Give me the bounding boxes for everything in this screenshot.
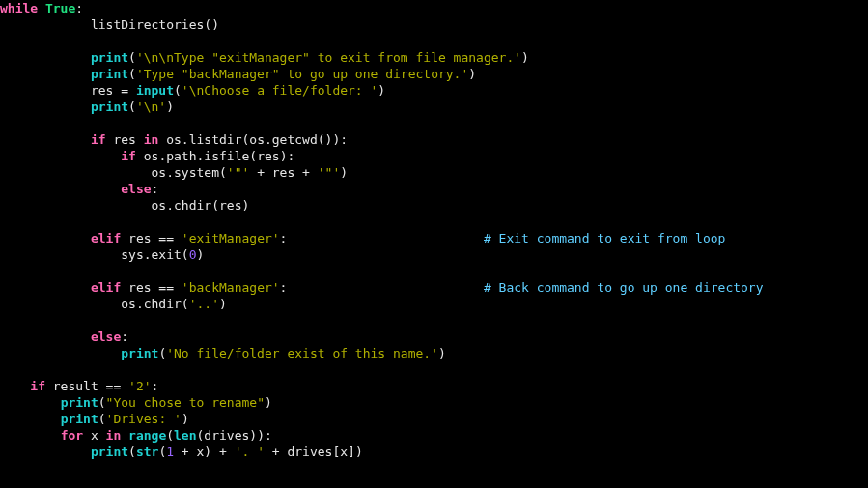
call-exit: exit [152, 247, 182, 262]
lparen: ( [249, 149, 257, 163]
operator-plus: + [249, 165, 271, 180]
rparen: ) [378, 83, 385, 98]
lparen: ( [182, 297, 189, 311]
string-literal: '. ' [235, 445, 265, 459]
operator-plus: + [211, 445, 234, 459]
string-literal: 'No file/folder exist of this name.' [166, 346, 438, 360]
call-chdir: chdir [174, 198, 211, 213]
string-literal: '\n' [136, 100, 166, 114]
operator-assign: = [113, 83, 135, 98]
lparen: ( [211, 198, 219, 213]
call-system: system [174, 165, 219, 180]
lparen: ( [98, 395, 106, 410]
operator-plus: + [174, 445, 196, 459]
identifier-os: os [249, 132, 265, 147]
rparen: ) [265, 395, 272, 410]
keyword-else: else [121, 182, 151, 196]
colon: : [152, 379, 159, 393]
lparen: ( [128, 50, 136, 65]
identifier-os: os [166, 132, 182, 147]
colon: : [287, 149, 294, 163]
colon: : [75, 1, 83, 15]
call-print: print [61, 412, 98, 426]
call-input: input [136, 83, 174, 98]
identifier-os: os [152, 198, 167, 213]
dot: . [136, 297, 144, 311]
dot: . [144, 247, 152, 262]
identifier-os: os [152, 165, 167, 180]
colon: : [265, 428, 272, 443]
call-print: print [91, 50, 128, 65]
keyword-if: if [30, 379, 45, 393]
call-getcwd: getcwd [272, 132, 318, 147]
rparen: ) [249, 428, 257, 443]
keyword-in: in [144, 132, 159, 147]
keyword-for: for [61, 428, 83, 443]
rparen: ) [257, 428, 265, 443]
rparen: ) [241, 198, 249, 213]
string-literal: '..' [189, 297, 219, 311]
identifier-sys: sys [121, 247, 143, 262]
dot: . [166, 198, 174, 213]
call-print: print [91, 100, 128, 114]
string-literal: 'backManager' [182, 280, 280, 295]
code-editor[interactable]: while True: listDirectories() print('\n\… [0, 0, 868, 460]
identifier-res: res [91, 83, 113, 98]
operator-eq: == [152, 280, 182, 295]
lparen: ( [128, 100, 136, 114]
identifier-res: res [272, 165, 294, 180]
keyword-elif: elif [91, 280, 121, 295]
lparen: ( [174, 83, 182, 98]
operator-eq: == [98, 379, 128, 393]
comment-back: # Back command to go up one directory [484, 280, 764, 295]
rparen: ) [204, 445, 211, 459]
rparen: ) [468, 67, 476, 81]
string-literal: '\n\nType "exitManager" to exit from fil… [136, 50, 521, 65]
colon: : [121, 330, 128, 344]
keyword-else: else [91, 330, 121, 344]
keyword-in: in [106, 428, 122, 443]
identifier-res: res [257, 149, 279, 163]
identifier-res: res [219, 198, 241, 213]
rparen: ) [166, 100, 174, 114]
operator-plus: + [294, 165, 317, 180]
identifier-os: os [144, 149, 159, 163]
call-chdir: chdir [144, 297, 182, 311]
rparen: ) [219, 297, 227, 311]
call-str: str [136, 445, 158, 459]
identifier-drives: drives [287, 445, 332, 459]
colon: : [152, 182, 159, 196]
lparen: ( [318, 132, 325, 147]
identifier-x: x [340, 445, 348, 459]
keyword-while: while [0, 1, 38, 15]
number-0: 0 [189, 247, 197, 262]
lparen: ( [128, 67, 136, 81]
call-isfile: isfile [204, 149, 249, 163]
rparen: ) [340, 165, 348, 180]
call-listdir: listdir [189, 132, 242, 147]
lparen: ( [219, 165, 227, 180]
string-literal: '2' [128, 379, 151, 393]
comment-exit: # Exit command to exit from loop [484, 231, 725, 245]
lparen: ( [182, 247, 189, 262]
literal-true: True [45, 1, 75, 15]
rparen: ) [197, 247, 205, 262]
identifier-res: res [128, 231, 151, 245]
rparen: ) [355, 445, 363, 459]
string-literal: '"' [227, 165, 249, 180]
keyword-if: if [121, 149, 136, 163]
call-print: print [91, 445, 128, 459]
lparen: ( [166, 428, 174, 443]
colon: : [340, 132, 348, 147]
rparen: ) [211, 17, 219, 32]
rparen: ) [521, 50, 529, 65]
keyword-if: if [91, 132, 106, 147]
operator-plus: + [265, 445, 287, 459]
number-1: 1 [166, 445, 174, 459]
call-len: len [174, 428, 196, 443]
rparen: ) [438, 346, 446, 360]
keyword-elif: elif [91, 231, 121, 245]
dot: . [265, 132, 272, 147]
lparen: ( [128, 445, 136, 459]
rparen: ) [182, 412, 189, 426]
